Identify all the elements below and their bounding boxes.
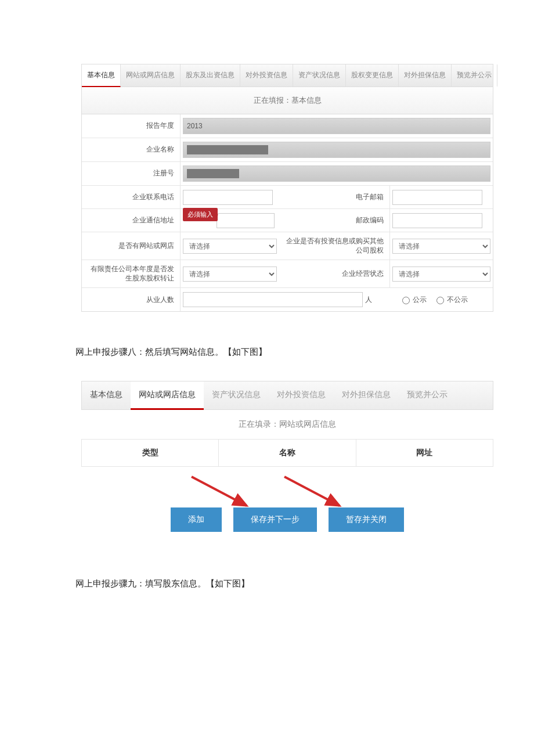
row-website-invest: 是否有网站或网店 请选择 企业是否有投资信息或购买其他公司股权 请选择 (82, 232, 493, 260)
publicity-radio-group: 公示 不公示 (374, 288, 493, 311)
tab2-invest[interactable]: 对外投资信息 (269, 381, 334, 409)
row-reg-no: 注册号 (82, 162, 493, 186)
doc-step9: 网上申报步骤九：填写股东信息。【如下图】 (0, 567, 534, 601)
doc-step8: 网上申报步骤八：然后填写网站信息。【如下图】 (0, 335, 534, 369)
input-report-year (183, 118, 490, 134)
label-equity-transfer: 有限责任公司本年度是否发生股东股权转让 (82, 260, 181, 287)
add-button[interactable]: 添加 (171, 507, 222, 532)
banner2-current-step: 正在填录：网站或网店信息 (81, 410, 493, 439)
input-phone[interactable] (183, 190, 273, 205)
svg-line-3 (284, 477, 340, 506)
th-url: 网址 (356, 440, 493, 466)
select-op-status[interactable]: 请选择 (392, 267, 491, 282)
select-has-website[interactable]: 请选择 (183, 239, 277, 254)
basic-info-panel: 基本信息 网站或网店信息 股东及出资信息 对外投资信息 资产状况信息 股权变更信… (81, 64, 493, 312)
radio-public-label[interactable]: 公示 (399, 295, 427, 305)
row-report-year: 报告年度 (82, 114, 493, 138)
label-has-invest: 企业是否有投资信息或购买其他公司股权 (279, 232, 390, 260)
button-row: 添加 保存并下一步 暂存并关闭 (81, 507, 493, 532)
input-email[interactable] (392, 190, 482, 205)
tab-guarantee-info[interactable]: 对外担保信息 (399, 64, 452, 87)
row-employees: 从业人数 人 公示 不公示 (82, 288, 493, 311)
tab-equity-change[interactable]: 股权变更信息 (346, 64, 399, 87)
input-postal[interactable] (392, 213, 482, 228)
svg-line-1 (192, 477, 247, 506)
tabs-bar-2: 基本信息 网站或网店信息 资产状况信息 对外投资信息 对外担保信息 预览并公示 (81, 381, 493, 410)
select-has-invest[interactable]: 请选择 (392, 239, 491, 254)
required-tooltip: 必须输入 (183, 208, 218, 221)
redacted-block (187, 145, 268, 154)
row-company-name: 企业名称 (82, 138, 493, 162)
website-table-header: 类型 名称 网址 (81, 439, 493, 467)
label-email: 电子邮箱 (279, 186, 390, 208)
label-reg-no: 注册号 (82, 162, 181, 185)
tab2-basic[interactable]: 基本信息 (82, 381, 131, 409)
th-type: 类型 (82, 440, 219, 466)
label-has-website: 是否有网站或网店 (82, 232, 181, 260)
tabs-bar-1: 基本信息 网站或网店信息 股东及出资信息 对外投资信息 资产状况信息 股权变更信… (82, 64, 493, 87)
tab-preview-publish[interactable]: 预览并公示 (452, 64, 497, 87)
tab-website-info[interactable]: 网站或网店信息 (121, 64, 181, 87)
select-equity-transfer[interactable]: 请选择 (183, 267, 277, 282)
website-info-panel: 基本信息 网站或网店信息 资产状况信息 对外投资信息 对外担保信息 预览并公示 … (81, 381, 493, 532)
radio-public[interactable] (402, 297, 410, 304)
radio-private-label[interactable]: 不公示 (434, 295, 468, 305)
unit-people: 人 (365, 295, 372, 305)
input-company-name (183, 142, 490, 158)
label-report-year: 报告年度 (82, 114, 181, 138)
label-employees: 从业人数 (82, 288, 181, 311)
input-reg-no (183, 165, 490, 182)
tab-external-invest[interactable]: 对外投资信息 (240, 64, 293, 87)
input-employees[interactable] (183, 292, 363, 307)
label-phone: 企业联系电话 (82, 186, 181, 208)
tab-shareholder-info[interactable]: 股东及出资信息 (181, 64, 240, 87)
tab2-website[interactable]: 网站或网店信息 (131, 381, 204, 410)
tab-basic-info[interactable]: 基本信息 (82, 64, 121, 87)
label-postal: 邮政编码 (279, 209, 390, 232)
label-address: 企业通信地址 (82, 209, 181, 232)
row-equity-opstatus: 有限责任公司本年度是否发生股东股权转让 请选择 企业经营状态 请选择 (82, 260, 493, 288)
label-op-status: 企业经营状态 (279, 260, 390, 287)
banner-current-step: 正在填报：基本信息 (82, 87, 493, 114)
label-company-name: 企业名称 (82, 138, 181, 161)
th-name: 名称 (219, 440, 356, 466)
save-next-button[interactable]: 保存并下一步 (233, 507, 317, 532)
redacted-block (187, 169, 239, 178)
tab2-guarantee[interactable]: 对外担保信息 (334, 381, 399, 409)
tab-asset-info[interactable]: 资产状况信息 (293, 64, 346, 87)
tab2-preview[interactable]: 预览并公示 (399, 381, 456, 409)
tab2-asset[interactable]: 资产状况信息 (204, 381, 269, 409)
input-address[interactable] (217, 213, 275, 228)
row-address-postal: 企业通信地址 必须输入 邮政编码 (82, 209, 493, 232)
row-phone-email: 企业联系电话 电子邮箱 (82, 186, 493, 209)
radio-private[interactable] (436, 297, 444, 304)
pause-close-button[interactable]: 暂存并关闭 (329, 507, 404, 532)
